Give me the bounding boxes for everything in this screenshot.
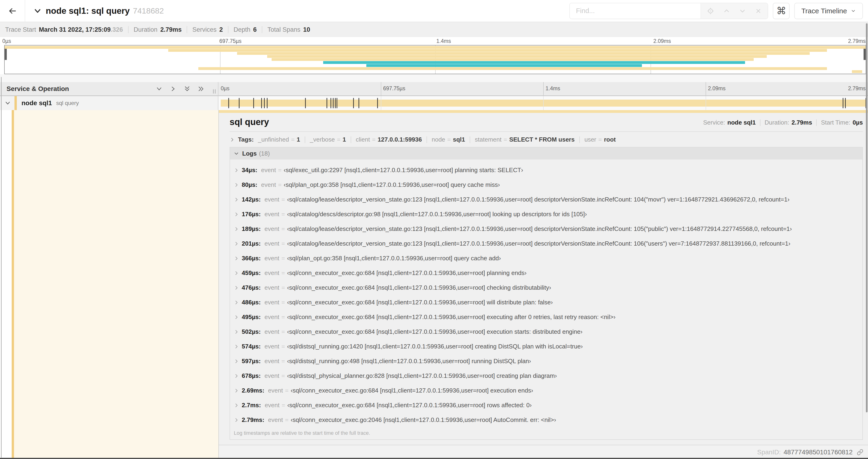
log-text: event=‹sql/conn_executor_exec.go:684 [ns… <box>265 328 582 335</box>
log-marker <box>305 98 306 108</box>
log-row[interactable]: 201µs:event=‹sql/catalog/lease/descripto… <box>230 236 862 251</box>
stat-label: Trace Start <box>5 26 36 33</box>
collapse-span-icon[interactable] <box>5 100 11 106</box>
link-icon[interactable] <box>857 449 863 456</box>
tag-divider <box>470 136 470 143</box>
minimap-span <box>852 70 862 73</box>
log-row[interactable]: 2.7ms:event=‹sql/conn_executor_exec.go:6… <box>230 398 862 413</box>
span-row-name-column[interactable]: node sql1 sql query <box>0 96 218 110</box>
locate-icon[interactable] <box>702 7 719 14</box>
log-row[interactable]: 80µs:event=‹sql/plan_opt.go:358 [nsql1,c… <box>230 177 862 192</box>
log-field-key: event <box>265 196 279 203</box>
ruler-tick-label: 697.75µs <box>219 38 242 44</box>
trace-stat: Depth6 <box>234 26 257 33</box>
tag-key: _verbose <box>310 136 335 143</box>
log-row[interactable]: 495µs:event=‹sql/conn_executor_exec.go:6… <box>230 310 862 324</box>
log-field-key: event <box>265 314 279 321</box>
log-marker <box>327 98 328 108</box>
tag-item[interactable]: statement=SELECT * FROM users <box>475 136 575 143</box>
tags-row[interactable]: Tags: _unfinished=1_verbose=1client=127.… <box>229 136 863 143</box>
minimap-canvas[interactable] <box>4 45 866 74</box>
log-row[interactable]: 502µs:event=‹sql/conn_executor_exec.go:6… <box>230 324 862 339</box>
tag-item[interactable]: client=127.0.0.1:59936 <box>356 136 422 143</box>
command-icon: ⌘ <box>776 5 786 17</box>
collapse-trace-header-icon[interactable] <box>34 7 41 15</box>
next-result-icon[interactable] <box>735 8 750 14</box>
log-row[interactable]: 597µs:event=‹sql/distsql_running.go:498 … <box>230 354 862 368</box>
chevron-right-icon <box>234 403 239 408</box>
stat-label: Duration <box>134 26 157 33</box>
minimap-span <box>237 52 810 55</box>
chevron-down-icon <box>851 8 856 13</box>
service-value: node sql1 <box>727 119 755 126</box>
expand-all-icon[interactable] <box>198 86 205 92</box>
log-row[interactable]: 459µs:event=‹sql/conn_executor_exec.go:6… <box>230 266 862 280</box>
log-field-key: event <box>265 225 279 233</box>
log-row[interactable]: 189µs:event=‹sql/catalog/lease/descripto… <box>230 222 862 236</box>
grid-line <box>706 82 706 95</box>
log-field-key: event <box>265 358 279 365</box>
expand-one-icon[interactable] <box>170 86 177 92</box>
detail-color-stripe[interactable] <box>12 110 14 458</box>
start-time-value: 0µs <box>852 119 863 126</box>
span-operation-name: sql query <box>56 100 79 106</box>
logs-header[interactable]: Logs (18) <box>230 147 862 160</box>
keyboard-shortcuts-button[interactable]: ⌘ <box>773 3 789 19</box>
chevron-right-icon <box>234 168 239 173</box>
detail-body: sql query Service: node sql1 Duration: 2… <box>219 113 868 445</box>
log-row[interactable]: 678µs:event=‹sql/distsql_physical_planne… <box>230 368 862 383</box>
find-input[interactable] <box>570 3 701 19</box>
log-equals: = <box>281 269 285 276</box>
prev-result-icon[interactable] <box>719 8 735 14</box>
tag-item[interactable]: _verbose=1 <box>310 136 346 143</box>
column-resizer-grip[interactable] <box>213 89 216 94</box>
span-row-timeline[interactable] <box>218 96 868 110</box>
chevron-down-icon <box>234 151 239 156</box>
tag-equals: = <box>291 136 294 143</box>
minimap-span <box>323 61 745 64</box>
window-left-edge <box>1 77 2 458</box>
tag-item[interactable]: user=root <box>585 136 616 143</box>
arrow-left-icon <box>8 6 17 15</box>
log-timestamp: 201µs: <box>242 240 260 247</box>
log-row[interactable]: 176µs:event=‹sql/catalog/descs/descripto… <box>230 207 862 222</box>
log-field-value: ‹sql/catalog/lease/descriptor_version_st… <box>287 196 789 203</box>
trace-view-label: Trace Timeline <box>801 7 847 15</box>
logs-block: Logs (18) 34µs:event=‹sql/exec_util.go:2… <box>229 147 863 440</box>
log-row[interactable]: 574µs:event=‹sql/distsql_running.go:1420… <box>230 339 862 354</box>
collapse-one-icon[interactable] <box>156 86 162 92</box>
span-tree-offset[interactable] <box>0 110 218 459</box>
back-button[interactable] <box>0 0 25 22</box>
log-equals: = <box>281 343 285 350</box>
log-text: event=‹sql/conn_executor_exec.go:684 [ns… <box>265 284 551 291</box>
tag-item[interactable]: node=sql1 <box>432 136 465 143</box>
log-field-value: ‹sql/conn_executor_exec.go:684 [nsql1,cl… <box>291 387 533 394</box>
log-text: event=‹sql/exec_util.go:2297 [nsql1,clie… <box>261 167 523 174</box>
tag-item[interactable]: _unfinished=1 <box>258 136 300 143</box>
span-row[interactable]: node sql1 sql query <box>0 96 868 110</box>
stat-label: Depth <box>234 26 250 33</box>
trace-view-select[interactable]: Trace Timeline <box>794 3 863 19</box>
duration-value: 2.79ms <box>792 119 812 126</box>
chevron-right-icon <box>229 137 235 142</box>
detail-meta: Service: node sql1 Duration: 2.79ms Star… <box>703 119 863 127</box>
vertical-scrollbar[interactable] <box>866 23 868 412</box>
log-row[interactable]: 366µs:event=‹sql/plan_opt.go:358 [nsql1,… <box>230 251 862 266</box>
collapse-all-icon[interactable] <box>184 86 190 92</box>
log-row[interactable]: 34µs:event=‹sql/exec_util.go:2297 [nsql1… <box>230 163 862 177</box>
chevron-right-icon <box>234 256 239 261</box>
ruler-tick-label: 2.79ms <box>848 38 866 44</box>
clear-find-icon[interactable] <box>750 8 766 14</box>
log-row[interactable]: 476µs:event=‹sql/conn_executor_exec.go:6… <box>230 280 862 295</box>
log-row[interactable]: 2.79ms:event=‹sql/conn_executor_exec.go:… <box>230 413 862 427</box>
log-timestamp: 142µs: <box>242 196 260 203</box>
log-field-value: ‹sql/plan_opt.go:358 [nsql1,client=127.0… <box>284 181 500 189</box>
grid-line <box>381 96 381 110</box>
log-marker <box>264 98 265 108</box>
chevron-right-icon <box>234 270 239 276</box>
log-row[interactable]: 486µs:event=‹sql/conn_executor_exec.go:6… <box>230 295 862 310</box>
log-row[interactable]: 142µs:event=‹sql/catalog/lease/descripto… <box>230 192 862 207</box>
log-row[interactable]: 2.69ms:event=‹sql/conn_executor_exec.go:… <box>230 383 862 398</box>
log-text: event=‹sql/distsql_running.go:498 [nsql1… <box>265 358 531 365</box>
log-equals: = <box>281 210 285 218</box>
